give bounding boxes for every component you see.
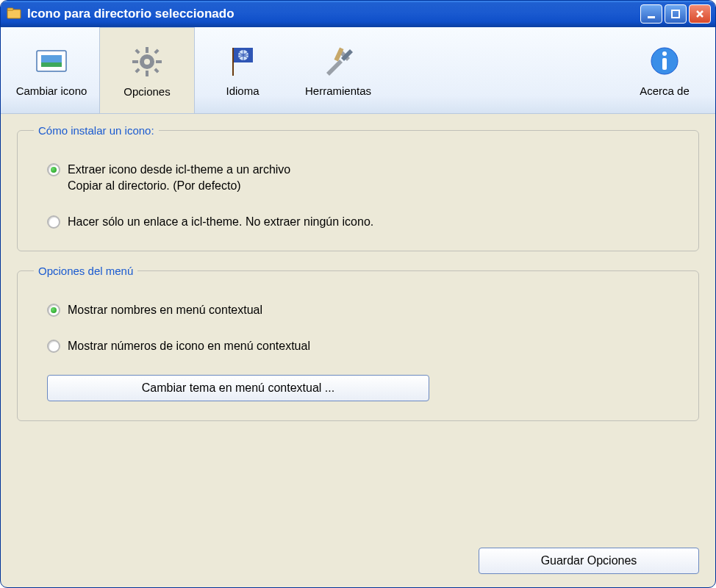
- tab-label: Herramientas: [305, 85, 371, 97]
- radio-link-option[interactable]: Hacer sólo un enlace a icl-theme. No ext…: [47, 214, 682, 230]
- save-options-button[interactable]: Guardar Opciones: [479, 548, 699, 574]
- tab-language[interactable]: Idioma: [195, 27, 290, 113]
- radio-icon: [47, 340, 60, 353]
- gear-icon: [129, 44, 165, 79]
- toolbar-spacer: [386, 27, 617, 113]
- radio-label: Hacer sólo un enlace a icl-theme. No ext…: [68, 214, 373, 230]
- svg-rect-12: [156, 60, 162, 63]
- close-button[interactable]: [689, 4, 711, 24]
- radio-icon: [47, 163, 60, 176]
- svg-rect-11: [132, 60, 138, 63]
- window-title: Icono para directorio seleccionado: [27, 7, 640, 21]
- svg-point-8: [144, 59, 150, 65]
- radio-show-numbers[interactable]: Mostrar números de icono en menú context…: [47, 338, 682, 354]
- svg-rect-6: [41, 62, 62, 67]
- tab-change-icon[interactable]: Cambiar icono: [4, 27, 99, 113]
- minimize-button[interactable]: [640, 4, 662, 24]
- install-icon-group: Cómo instalar un icono: Extraer icono de…: [17, 124, 699, 251]
- group-legend: Opciones del menú: [34, 265, 137, 277]
- flag-globe-icon: [225, 43, 260, 79]
- tools-icon: [321, 43, 356, 79]
- svg-rect-14: [154, 68, 159, 73]
- tab-label: Opciones: [123, 85, 170, 98]
- group-legend: Cómo instalar un icono:: [34, 124, 159, 137]
- tab-label: Idioma: [226, 85, 259, 97]
- maximize-icon: [670, 9, 681, 19]
- change-theme-button[interactable]: Cambiar tema en menú contextual ...: [47, 375, 429, 401]
- content-area: Cómo instalar un icono: Extraer icono de…: [1, 114, 715, 548]
- radio-label: Mostrar nombres en menú contextual: [68, 302, 262, 318]
- application-window: Icono para directorio seleccionado Cambi…: [0, 0, 716, 588]
- menu-options-group: Opciones del menú Mostrar nombres en men…: [17, 265, 699, 421]
- svg-rect-16: [135, 68, 140, 73]
- picture-icon: [34, 43, 69, 79]
- svg-rect-17: [232, 48, 234, 76]
- titlebar: Icono para directorio seleccionado: [1, 1, 715, 27]
- maximize-button[interactable]: [665, 4, 687, 24]
- tab-label: Cambiar icono: [16, 85, 87, 97]
- radio-label: Mostrar números de icono en menú context…: [68, 338, 310, 354]
- toolbar: Cambiar icono Opciones Idioma Herramient…: [1, 27, 715, 114]
- window-controls: [640, 4, 711, 24]
- svg-rect-15: [154, 49, 159, 54]
- minimize-icon: [646, 9, 656, 19]
- svg-rect-9: [146, 47, 148, 53]
- radio-show-names[interactable]: Mostrar nombres en menú contextual: [47, 302, 682, 318]
- svg-rect-0: [7, 10, 21, 18]
- svg-rect-3: [672, 10, 679, 18]
- svg-rect-13: [135, 49, 140, 54]
- radio-extract-option[interactable]: Extraer icono desde icl-theme a un archi…: [47, 162, 682, 193]
- svg-rect-1: [7, 8, 13, 10]
- info-icon: [647, 43, 682, 79]
- svg-point-22: [662, 51, 667, 56]
- radio-icon: [47, 304, 60, 317]
- radio-label: Extraer icono desde icl-theme a un archi…: [68, 162, 290, 193]
- footer: Guardar Opciones: [1, 548, 715, 587]
- tab-tools[interactable]: Herramientas: [290, 27, 386, 113]
- app-icon: [7, 7, 21, 21]
- svg-rect-10: [146, 71, 148, 76]
- tab-label: Acerca de: [640, 85, 690, 97]
- svg-rect-23: [662, 58, 667, 70]
- radio-icon: [47, 215, 60, 229]
- svg-rect-2: [648, 16, 655, 18]
- tab-about[interactable]: Acerca de: [617, 27, 712, 113]
- close-icon: [695, 9, 705, 19]
- tab-options[interactable]: Opciones: [99, 27, 195, 113]
